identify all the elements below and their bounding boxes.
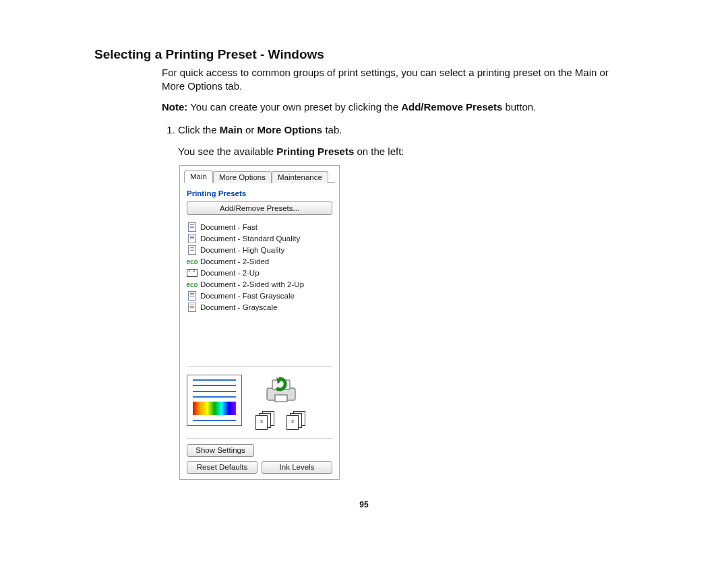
step1-main: Main	[220, 124, 243, 135]
tab-more-options[interactable]: More Options	[213, 171, 272, 183]
document-icon	[187, 245, 198, 255]
preset-document-2-up[interactable]: Document - 2-Up	[187, 268, 332, 279]
preset-document-high-quality[interactable]: Document - High Quality	[187, 245, 332, 256]
printing-presets-title: Printing Presets	[187, 189, 332, 197]
printer-dialog-panel: Main More Options Maintenance Printing P…	[179, 165, 340, 480]
preview-area: 1 2 3 1 2 3	[187, 372, 332, 433]
step1-mid: or	[243, 124, 257, 135]
step1-more: More Options	[257, 124, 323, 135]
preset-label: Document - 2-Sided	[200, 257, 269, 266]
document-icon	[187, 303, 198, 312]
note-label: Note:	[162, 101, 187, 113]
note-paragraph: Note: You can create your own preset by …	[162, 100, 634, 114]
preset-document-2-sided[interactable]: eco Document - 2-Sided	[187, 256, 332, 268]
preset-document-fast[interactable]: Document - Fast	[187, 222, 332, 233]
divider	[187, 366, 332, 367]
tab-maintenance[interactable]: Maintenance	[272, 171, 328, 183]
step-1: Click the Main or More Options tab.	[178, 124, 634, 135]
page-heading: Selecting a Printing Preset - Windows	[94, 47, 634, 62]
collate-stack-icon: 1 2 3	[255, 411, 276, 427]
preset-label: Document - High Quality	[200, 246, 284, 254]
svg-rect-2	[275, 395, 287, 402]
document-icon	[187, 291, 198, 301]
preset-label: Document - 2-Sided with 2-Up	[200, 280, 304, 288]
printer-recycle-icon	[264, 375, 298, 404]
ink-levels-button[interactable]: Ink Levels	[262, 461, 332, 474]
step1-see-pre: You see the available	[178, 146, 276, 157]
preset-document-standard-quality[interactable]: Document - Standard Quality	[187, 233, 332, 245]
preset-label: Document - Standard Quality	[200, 235, 300, 243]
two-up-icon	[187, 268, 198, 278]
eco-icon: eco	[187, 280, 198, 289]
eco-icon: eco	[187, 257, 198, 266]
step1-pre: Click the	[178, 124, 220, 135]
preview-thumbnail	[187, 375, 242, 426]
reset-defaults-button[interactable]: Reset Defaults	[187, 461, 257, 474]
preset-label: Document - Grayscale	[200, 303, 277, 311]
note-tail: button.	[502, 101, 536, 113]
preset-document-fast-grayscale[interactable]: Document - Fast Grayscale	[187, 290, 332, 302]
document-icon	[187, 234, 198, 243]
divider	[187, 438, 332, 439]
step1-result: You see the available Printing Presets o…	[178, 146, 634, 157]
preset-label: Document - Fast Grayscale	[200, 292, 295, 300]
tab-bar: Main More Options Maintenance	[180, 166, 339, 183]
step1-see-b: Printing Presets	[276, 146, 354, 157]
intro-paragraph: For quick access to common groups of pri…	[162, 66, 634, 94]
step1-post: tab.	[322, 124, 342, 135]
preset-label: Document - 2-Up	[200, 269, 260, 277]
preset-document-grayscale[interactable]: Document - Grayscale	[187, 302, 332, 313]
preset-document-2-sided-2-up[interactable]: eco Document - 2-Sided with 2-Up	[187, 279, 332, 290]
note-bold: Add/Remove Presets	[401, 101, 502, 113]
add-remove-presets-button[interactable]: Add/Remove Presets...	[187, 201, 332, 215]
page-number: 95	[94, 500, 634, 509]
document-icon	[187, 222, 198, 232]
preset-label: Document - Fast	[200, 223, 257, 231]
note-text: You can create your own preset by clicki…	[187, 101, 401, 113]
tab-main[interactable]: Main	[184, 170, 213, 183]
step1-see-post: on the left:	[354, 146, 404, 157]
show-settings-button[interactable]: Show Settings	[187, 444, 254, 457]
collate-stack-icon: 1 2 3	[286, 411, 307, 427]
preset-list: Document - Fast Document - Standard Qual…	[187, 222, 332, 361]
